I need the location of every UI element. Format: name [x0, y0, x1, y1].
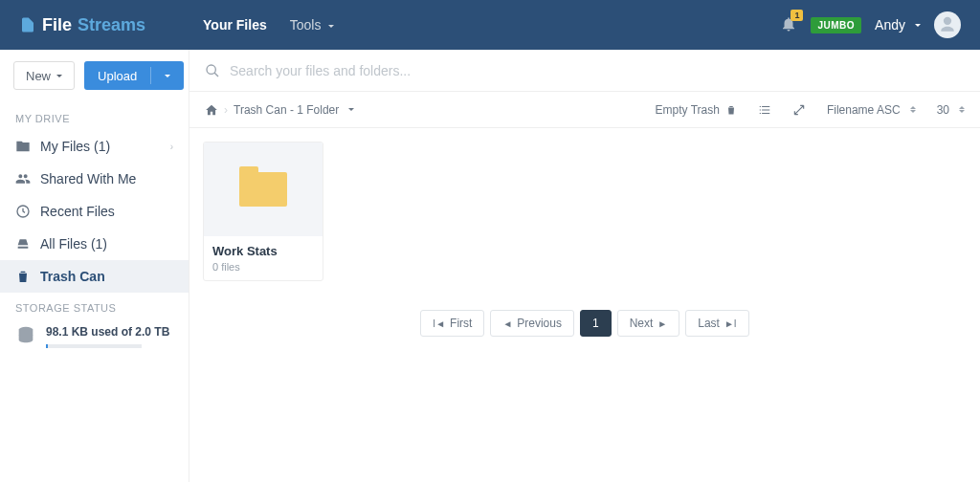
sidebar-item-label: Shared With Me — [40, 171, 136, 186]
sidebar-item-label: Recent Files — [40, 204, 115, 219]
toolbar: › Trash Can - 1 Folder Empty Trash Filen… — [189, 92, 980, 128]
home-icon[interactable] — [205, 103, 218, 117]
breadcrumb-current[interactable]: Trash Can - 1 Folder — [234, 103, 354, 117]
caret-down-icon — [328, 25, 334, 28]
page-first-label: First — [450, 317, 472, 330]
file-sub: 0 files — [212, 261, 314, 273]
trash-icon — [15, 269, 31, 284]
pagination: I◄ First ◄ Previous 1 Next ► Last ►I — [203, 281, 967, 365]
folder-icon — [239, 172, 287, 207]
upload-button-label: Upload — [98, 69, 137, 83]
app-header: File Streams Your Files Tools 1 JUMBO An… — [0, 0, 980, 50]
page-next-button[interactable]: Next ► — [617, 310, 680, 337]
new-button-label: New — [26, 69, 51, 83]
page-size-label: 30 — [937, 103, 949, 117]
page-size-button[interactable]: 30 — [937, 103, 965, 117]
sort-label: Filename ASC — [827, 103, 901, 117]
user-name: Andy — [875, 17, 905, 33]
caret-down-icon — [56, 75, 62, 77]
toolbar-right: Empty Trash Filename ASC 30 — [656, 103, 965, 117]
sidebar-item-shared[interactable]: Shared With Me — [0, 163, 189, 195]
notifications-button[interactable]: 1 — [780, 15, 797, 35]
sidebar-item-all-files[interactable]: All Files (1) — [0, 228, 189, 260]
page-last-button[interactable]: Last ►I — [685, 310, 748, 337]
page-prev-button[interactable]: ◄ Previous — [490, 310, 574, 337]
sidebar-section-drive: MY DRIVE — [0, 103, 189, 130]
skip-back-icon: I◄ — [433, 318, 445, 329]
list-view-button[interactable] — [758, 103, 771, 117]
page-last-label: Last — [698, 317, 720, 330]
page-first-button[interactable]: I◄ First — [420, 310, 484, 337]
nav-your-files[interactable]: Your Files — [203, 13, 267, 36]
sidebar-item-trash[interactable]: Trash Can — [0, 260, 189, 293]
sidebar-item-label: Trash Can — [40, 269, 105, 284]
sidebar: New Upload MY DRIVE My Files (1) › Share… — [0, 50, 189, 482]
page-next-label: Next — [630, 317, 654, 330]
file-thumb — [204, 142, 323, 236]
drive-icon — [15, 236, 31, 252]
logo-word2: Streams — [78, 15, 145, 35]
nav: Your Files Tools — [203, 13, 334, 36]
upload-button[interactable]: Upload — [84, 61, 184, 90]
plan-badge: JUMBO — [811, 17, 861, 33]
caret-down-icon — [165, 75, 170, 77]
header-right: 1 JUMBO Andy — [780, 11, 961, 38]
nav-tools[interactable]: Tools — [290, 13, 335, 36]
caret-down-icon — [348, 108, 354, 111]
caret-right-icon: ► — [657, 318, 667, 329]
file-meta: Work Stats 0 files — [204, 236, 323, 280]
new-button[interactable]: New — [13, 61, 75, 90]
button-divider — [150, 67, 151, 84]
notification-badge: 1 — [791, 10, 803, 21]
sidebar-actions: New Upload — [0, 61, 189, 103]
file-name: Work Stats — [212, 244, 314, 258]
logo-word1: File — [42, 15, 72, 35]
search-row — [189, 50, 980, 92]
chevron-right-icon: › — [170, 142, 173, 152]
sidebar-item-label: My Files (1) — [40, 139, 110, 154]
avatar[interactable] — [934, 11, 961, 38]
breadcrumb-current-label: Trash Can - 1 Folder — [234, 103, 339, 117]
search-icon — [205, 63, 220, 78]
people-icon — [15, 171, 31, 186]
file-icon — [19, 16, 36, 33]
storage-status: 98.1 KB used of 2.0 TB — [0, 319, 189, 354]
storage-text: 98.1 KB used of 2.0 TB — [46, 325, 169, 339]
sidebar-section-storage: STORAGE STATUS — [0, 293, 189, 319]
sidebar-item-recent[interactable]: Recent Files — [0, 195, 189, 228]
user-icon — [938, 15, 957, 34]
svg-point-2 — [207, 65, 215, 74]
sort-icon — [959, 106, 965, 113]
trash-icon — [725, 104, 737, 116]
content: Work Stats 0 files I◄ First ◄ Previous 1… — [189, 128, 980, 482]
breadcrumb-separator: › — [224, 103, 228, 117]
sort-button[interactable]: Filename ASC — [827, 103, 916, 117]
empty-trash-button[interactable]: Empty Trash — [656, 103, 737, 117]
sort-icon — [910, 106, 916, 113]
nav-tools-label: Tools — [290, 17, 322, 33]
logo[interactable]: File Streams — [19, 15, 145, 35]
breadcrumb: › Trash Can - 1 Folder — [205, 103, 354, 117]
caret-left-icon: ◄ — [502, 318, 512, 329]
database-icon — [15, 325, 36, 346]
user-menu[interactable]: Andy — [875, 17, 921, 33]
skip-forward-icon: ►I — [724, 318, 737, 329]
expand-button[interactable] — [792, 103, 806, 117]
caret-down-icon — [915, 24, 921, 27]
clock-icon — [15, 204, 31, 219]
page-current-button[interactable]: 1 — [580, 310, 612, 337]
storage-bar — [46, 344, 142, 348]
folder-icon — [15, 139, 31, 154]
sidebar-item-my-files[interactable]: My Files (1) › — [0, 130, 189, 163]
page-prev-label: Previous — [517, 317, 562, 330]
main: › Trash Can - 1 Folder Empty Trash Filen… — [189, 50, 980, 482]
empty-trash-label: Empty Trash — [656, 103, 720, 117]
file-card[interactable]: Work Stats 0 files — [203, 142, 323, 281]
sidebar-item-label: All Files (1) — [40, 236, 107, 252]
search-input[interactable] — [230, 63, 965, 78]
